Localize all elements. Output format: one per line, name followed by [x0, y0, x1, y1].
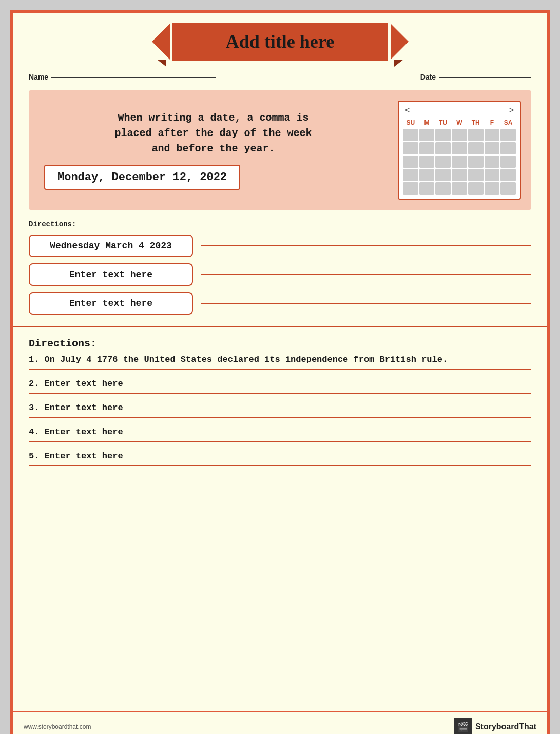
- date-input-3[interactable]: Enter text here: [29, 292, 193, 315]
- calendar-cell[interactable]: [419, 142, 435, 154]
- exercise-item-3: 3. Enter text here: [29, 403, 531, 418]
- calendar-cell[interactable]: [452, 129, 467, 141]
- calendar-cell[interactable]: [419, 156, 435, 168]
- calendar-cell[interactable]: [468, 156, 484, 168]
- date-input-1[interactable]: Wednesday March 4 2023: [29, 235, 193, 257]
- date-field-container: Date: [420, 73, 531, 81]
- name-underline[interactable]: [51, 77, 216, 78]
- page-title: Add title here: [226, 31, 334, 52]
- calendar-cell[interactable]: [403, 169, 418, 181]
- banner-tail-right: [394, 60, 403, 67]
- brand-icon: 🎬: [454, 718, 472, 734]
- exercise-statement-4: 4. Enter text here: [29, 427, 531, 437]
- calendar-cell[interactable]: [468, 169, 484, 181]
- calendar-header-m: M: [419, 118, 435, 127]
- calendar-cell[interactable]: [500, 142, 516, 154]
- directions-section-1: Directions: Wednesday March 4 2023 Enter…: [13, 215, 547, 326]
- info-section: When writing a date, a comma is placed a…: [29, 90, 531, 210]
- calendar-nav: < >: [403, 106, 516, 115]
- directions-section-2: Directions: 1. On July 4 1776 the United…: [13, 327, 547, 711]
- banner-tail-left: [157, 60, 166, 67]
- footer-url: www.storyboardthat.com: [24, 723, 91, 730]
- name-field-container: Name: [29, 73, 216, 81]
- calendar-cell[interactable]: [485, 169, 500, 181]
- calendar-cell[interactable]: [435, 142, 451, 154]
- banner-ribbon: Add title here: [172, 23, 388, 61]
- exercise-statement-1: 1. On July 4 1776 the United States decl…: [29, 355, 531, 364]
- exercise-text-5: Enter text here: [45, 451, 123, 461]
- exercise-answer-line-4: [29, 441, 531, 442]
- answer-line-2: [201, 274, 531, 275]
- exercise-text-4: Enter text here: [45, 427, 123, 437]
- calendar-header-th: TH: [468, 118, 484, 127]
- calendar-cell[interactable]: [403, 129, 418, 141]
- exercise-number-1: 1.: [29, 355, 39, 364]
- calendar-cell[interactable]: [419, 182, 435, 195]
- calendar-prev-button[interactable]: <: [405, 106, 410, 115]
- calendar-cell[interactable]: [452, 169, 467, 181]
- date-underline[interactable]: [439, 77, 531, 78]
- answer-line-3: [201, 303, 531, 304]
- directions-1-label: Directions:: [29, 220, 531, 228]
- worksheet-page: Add title here Name Date When writing a …: [10, 10, 550, 734]
- calendar-cell[interactable]: [419, 129, 435, 141]
- calendar-next-button[interactable]: >: [509, 106, 514, 115]
- calendar-cell[interactable]: [500, 169, 516, 181]
- calendar-cell[interactable]: [435, 156, 451, 168]
- calendar-cell[interactable]: [485, 129, 500, 141]
- name-date-row: Name Date: [13, 66, 547, 85]
- exercise-item-2: 2. Enter text here: [29, 379, 531, 394]
- calendar-header-w: W: [452, 118, 467, 127]
- calendar-cell[interactable]: [500, 129, 516, 141]
- exercise-answer-line-1: [29, 369, 531, 370]
- example-date-box: Monday, December 12, 2022: [44, 165, 240, 190]
- calendar-cell[interactable]: [403, 156, 418, 168]
- exercise-row-2: Enter text here: [29, 263, 531, 286]
- exercise-answer-line-5: [29, 465, 531, 466]
- calendar-grid: [403, 129, 516, 195]
- exercise-number-3: 3.: [29, 403, 39, 413]
- calendar-cell[interactable]: [500, 182, 516, 195]
- calendar-cell[interactable]: [500, 156, 516, 168]
- exercise-number-4: 4.: [29, 427, 39, 437]
- calendar: < > SUMTUWTHFSA: [398, 101, 521, 200]
- calendar-cell[interactable]: [403, 142, 418, 154]
- calendar-cell[interactable]: [485, 182, 500, 195]
- calendar-cell[interactable]: [468, 182, 484, 195]
- date-input-2[interactable]: Enter text here: [29, 263, 193, 286]
- calendar-cell[interactable]: [485, 142, 500, 154]
- exercise-row-1: Wednesday March 4 2023: [29, 235, 531, 257]
- calendar-header-f: F: [485, 118, 500, 127]
- title-banner: Add title here: [172, 23, 388, 61]
- calendar-cell[interactable]: [468, 129, 484, 141]
- calendar-cell[interactable]: [452, 182, 467, 195]
- footer-brand: 🎬 StoryboardThat: [454, 718, 536, 734]
- exercise-row-3: Enter text here: [29, 292, 531, 315]
- calendar-cell[interactable]: [485, 156, 500, 168]
- directions-2-label: Directions:: [29, 338, 531, 350]
- exercise-answer-line-2: [29, 393, 531, 394]
- calendar-header-tu: TU: [435, 118, 451, 127]
- exercise-item-5: 5. Enter text here: [29, 451, 531, 466]
- brand-icon-glyph: 🎬: [457, 721, 469, 732]
- calendar-cell[interactable]: [419, 169, 435, 181]
- exercise-answer-line-3: [29, 417, 531, 418]
- answer-line-1: [201, 245, 531, 246]
- brand-name: StoryboardThat: [475, 722, 536, 731]
- calendar-cell[interactable]: [403, 182, 418, 195]
- page-footer: www.storyboardthat.com 🎬 StoryboardThat: [13, 711, 547, 734]
- calendar-cell[interactable]: [452, 156, 467, 168]
- exercise-text-2: Enter text here: [45, 379, 123, 389]
- calendar-cell[interactable]: [452, 142, 467, 154]
- calendar-cell[interactable]: [435, 169, 451, 181]
- exercise-item-1: 1. On July 4 1776 the United States decl…: [29, 355, 531, 370]
- date-label: Date: [420, 73, 436, 81]
- exercise-text-1: On July 4 1776 the United States declare…: [45, 355, 448, 364]
- calendar-cell[interactable]: [435, 129, 451, 141]
- title-banner-container: Add title here: [13, 13, 547, 66]
- calendar-cell[interactable]: [435, 182, 451, 195]
- calendar-cell[interactable]: [468, 142, 484, 154]
- calendar-header-sa: SA: [500, 118, 516, 127]
- exercise-item-4: 4. Enter text here: [29, 427, 531, 442]
- info-text-side: When writing a date, a comma is placed a…: [44, 101, 382, 200]
